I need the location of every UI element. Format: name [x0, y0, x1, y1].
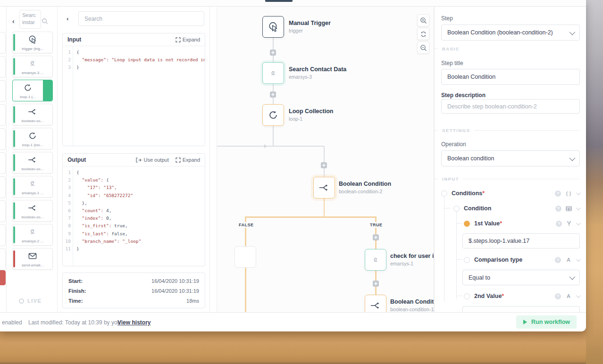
help-icon[interactable]: ? [555, 206, 561, 212]
second-value-radio[interactable] [464, 293, 470, 299]
step-run-item-emarsys-2[interactable]: emarsys-2 ... [12, 224, 53, 246]
add-step-button[interactable] [270, 50, 276, 56]
search-instances-input[interactable]: Searc instar [19, 10, 41, 29]
enabled-status-text: enabled [2, 319, 22, 326]
help-icon[interactable]: ? [556, 221, 562, 227]
node-check-for-user[interactable] [365, 249, 386, 271]
live-indicator[interactable]: LIVE [19, 298, 42, 304]
step-run-item-boolean-condition-c[interactable]: boolean-co... [12, 200, 53, 222]
chevron-down-icon[interactable] [576, 206, 581, 210]
second-value-tree-row[interactable]: 2nd Value* ? A [464, 292, 579, 300]
loop-icon [13, 131, 52, 141]
comparison-type-radio[interactable] [464, 257, 470, 263]
clipped-card [0, 80, 6, 102]
step-run-label: send-email... [14, 263, 51, 267]
live-label: LIVE [27, 298, 42, 304]
step-run-label: boolean-co... [14, 167, 51, 171]
array-type-icon[interactable]: ( ) [565, 190, 572, 196]
node-boolean-condition-2[interactable] [313, 177, 335, 199]
node-empty-placeholder[interactable] [234, 246, 256, 268]
clipped-card [0, 32, 6, 54]
refresh-icon [420, 31, 427, 38]
step-description-input[interactable] [447, 103, 574, 110]
jsonpath-fork-icon[interactable] [566, 221, 572, 226]
start-value: 16/04/2020 10:31:19 [151, 278, 199, 284]
zoom-in-button[interactable] [417, 14, 429, 26]
chevron-down-icon[interactable] [576, 190, 581, 195]
loop-return-arrow-icon [264, 144, 267, 148]
string-type-icon[interactable]: A [565, 257, 572, 263]
debug-search-input[interactable] [78, 11, 204, 26]
add-step-button[interactable] [270, 91, 276, 98]
first-value-label: 1st Value [474, 220, 500, 227]
node-boolean-condition-1[interactable] [365, 295, 386, 312]
first-value-tree-row[interactable]: 1st Value* ? [464, 220, 579, 227]
conditions-radio[interactable] [441, 190, 447, 197]
chevron-down-icon[interactable] [576, 257, 581, 262]
step-run-item-emarsys-1[interactable]: emarsys-1 ... [12, 176, 53, 198]
chevron-down-icon [570, 274, 576, 280]
node-manual-trigger[interactable] [262, 16, 284, 38]
step-run-item-boolean-condition-b[interactable]: boolean-co... [12, 152, 53, 174]
step-run-item-loop-1-selected[interactable]: loop-1 (... [12, 80, 53, 101]
step-select[interactable]: Boolean Condition (boolean-condition-2) [441, 25, 580, 41]
help-icon[interactable]: ? [555, 257, 561, 263]
condition-label: Condition [464, 205, 491, 212]
step-title-input[interactable] [447, 74, 574, 80]
chevron-down-icon[interactable] [576, 221, 581, 225]
object-table-icon[interactable] [566, 206, 572, 211]
step-run-item-send-email[interactable]: send-email... [12, 248, 53, 270]
node-loop-collection[interactable] [262, 104, 284, 126]
comparison-type-select[interactable]: Equal to [462, 270, 580, 285]
connector-line [273, 126, 274, 147]
help-icon[interactable]: ? [555, 293, 561, 299]
back-chevron-icon[interactable]: ‹ [67, 15, 68, 22]
string-type-icon[interactable]: A [565, 293, 572, 299]
step-description-field[interactable] [441, 99, 580, 114]
workflow-canvas[interactable]: FALSE TRUE Manual Triggertrigger Search … [217, 7, 434, 312]
add-step-button[interactable] [373, 234, 379, 240]
step-run-label: trigger (trig... [14, 47, 51, 51]
step-title-field[interactable] [441, 69, 580, 85]
zoom-out-button[interactable] [417, 41, 429, 54]
collapse-sidebar-chevron-icon[interactable]: ‹ [12, 17, 15, 25]
run-workflow-button[interactable]: Run workflow [516, 315, 577, 329]
start-label: Start: [68, 278, 83, 284]
add-step-button[interactable] [373, 281, 379, 287]
condition-radio[interactable] [453, 206, 460, 212]
email-icon [13, 251, 52, 261]
step-run-label: emarsys-3 ... [14, 71, 51, 75]
clipped-card [0, 224, 6, 246]
conditions-tree-row[interactable]: Conditions* ? ( ) [441, 190, 579, 197]
step-run-item-emarsys-3[interactable]: emarsys-3 ... [12, 56, 53, 77]
first-value-field[interactable] [462, 233, 580, 248]
comparison-type-tree-row[interactable]: Comparison type ? A [464, 256, 579, 264]
expand-input-button[interactable]: Expand [176, 37, 200, 42]
first-value-input[interactable] [469, 238, 574, 244]
clipped-card [0, 104, 6, 126]
node-search-contact-data[interactable] [262, 62, 284, 84]
use-output-button[interactable]: Use output [136, 157, 168, 163]
true-branch-line [375, 216, 377, 249]
expand-output-button[interactable]: Expand [176, 157, 200, 163]
add-step-button[interactable] [321, 162, 327, 168]
first-value-radio-active[interactable] [464, 221, 470, 227]
use-output-label: Use output [143, 157, 168, 163]
step-run-item-loop-1b[interactable]: loop-1 (loo... [12, 128, 53, 149]
operation-select[interactable]: Boolean condition [441, 150, 580, 166]
view-history-link[interactable]: View history [117, 319, 151, 326]
condition-tree-row[interactable]: Condition ? [453, 205, 579, 212]
output-json-code[interactable]: { "value": { "17": "13", "id": "65827227… [73, 166, 205, 266]
expand-label: Expand [183, 157, 200, 163]
reset-zoom-button[interactable] [417, 28, 429, 40]
input-json-code[interactable]: { "message": "Loop input data is not rec… [73, 46, 205, 146]
step-run-item-boolean-condition[interactable]: boolean-co... [12, 104, 53, 125]
step-run-item-trigger[interactable]: trigger (trig... [12, 32, 53, 53]
required-asterisk: * [500, 220, 502, 227]
boolean-branch-icon [369, 299, 382, 312]
second-value-field-clipped[interactable] [462, 306, 580, 312]
tree-guide [456, 296, 462, 296]
desktop-wallpaper-right [586, 0, 603, 364]
chevron-down-icon[interactable] [576, 293, 581, 298]
help-icon[interactable]: ? [555, 190, 561, 197]
